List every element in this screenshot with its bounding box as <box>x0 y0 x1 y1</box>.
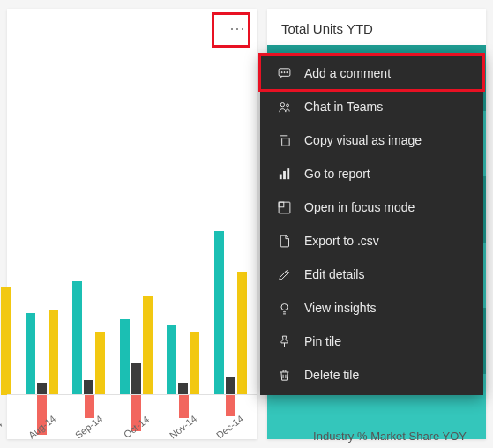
menu-item-view-insights[interactable]: View insights <box>260 291 483 325</box>
delete-icon <box>276 367 292 383</box>
more-options-button[interactable]: ⋯ <box>223 14 251 42</box>
bar-dark <box>178 383 188 395</box>
menu-item-label: View insights <box>304 301 376 315</box>
svg-rect-8 <box>283 170 286 178</box>
bar-dark <box>84 380 93 395</box>
svg-rect-9 <box>287 168 289 179</box>
edit-icon <box>276 266 292 282</box>
menu-item-label: Pin tile <box>304 334 341 348</box>
menu-item-label: Go to report <box>304 167 370 181</box>
menu-item-label: Add a comment <box>304 66 391 80</box>
bar-yellow <box>49 310 58 395</box>
svg-point-12 <box>280 303 287 310</box>
x-axis-label: -14 <box>0 408 17 445</box>
bar-red <box>179 395 189 418</box>
menu-item-chat-in-teams[interactable]: Chat in Teams <box>260 90 483 123</box>
bar-teal <box>26 313 35 395</box>
bar-group <box>161 325 206 395</box>
bar-yellow <box>95 332 105 395</box>
export-icon <box>276 233 292 249</box>
svg-rect-6 <box>281 138 289 146</box>
svg-point-5 <box>286 103 288 106</box>
pin-icon <box>276 333 292 349</box>
menu-item-copy-visual-as-image[interactable]: Copy visual as image <box>260 123 483 157</box>
tile-title: Total Units YTD <box>267 9 486 45</box>
comment-icon <box>276 65 292 81</box>
focus-icon <box>276 199 292 215</box>
bar-teal <box>72 281 82 395</box>
menu-item-edit-details[interactable]: Edit details <box>260 258 483 291</box>
bar-group <box>208 231 254 395</box>
bar-group <box>19 310 65 395</box>
svg-point-3 <box>286 71 287 72</box>
menu-item-label: Delete tile <box>304 368 359 382</box>
svg-point-4 <box>280 102 284 106</box>
bar-yellow <box>190 332 199 395</box>
bar-dark <box>37 383 47 395</box>
report-icon <box>276 166 292 182</box>
svg-point-1 <box>281 71 282 72</box>
menu-item-export-to-csv[interactable]: Export to .csv <box>260 224 483 258</box>
teams-icon <box>276 99 292 115</box>
menu-item-label: Open in focus mode <box>304 200 415 214</box>
menu-item-label: Copy visual as image <box>304 133 422 147</box>
menu-item-label: Export to .csv <box>304 234 379 248</box>
bar-red <box>226 395 235 416</box>
bar-teal <box>214 231 224 395</box>
menu-item-delete-tile[interactable]: Delete tile <box>260 358 483 392</box>
menu-item-go-to-report[interactable]: Go to report <box>260 157 483 190</box>
chart-tile: ⋯ -14Aug-14Sep-14Oct-14Nov-14Dec-14 <box>7 9 257 439</box>
bar-yellow <box>1 287 11 395</box>
menu-item-add-a-comment[interactable]: Add a comment <box>260 56 483 90</box>
svg-rect-7 <box>279 174 281 179</box>
bar-yellow <box>143 296 153 395</box>
svg-rect-11 <box>279 202 284 207</box>
bottom-caption: Industry % Market Share YOY <box>313 429 467 443</box>
bar-group <box>0 243 18 395</box>
svg-point-2 <box>283 71 284 72</box>
bar-yellow <box>237 272 247 395</box>
menu-item-pin-tile[interactable]: Pin tile <box>260 325 483 358</box>
menu-item-label: Chat in Teams <box>304 100 383 114</box>
copy-icon <box>276 132 292 148</box>
bar-chart: -14Aug-14Sep-14Oct-14Nov-14Dec-14 <box>7 48 257 439</box>
menu-item-open-in-focus-mode[interactable]: Open in focus mode <box>260 190 483 224</box>
bar-group <box>66 281 112 395</box>
bar-red <box>85 395 94 418</box>
bar-group <box>114 296 160 395</box>
svg-rect-10 <box>279 202 290 213</box>
insights-icon <box>276 300 292 316</box>
bar-teal <box>167 325 176 395</box>
context-menu: Add a commentChat in TeamsCopy visual as… <box>260 53 483 395</box>
bar-dark <box>226 377 235 396</box>
bar-dark <box>131 363 141 395</box>
bar-teal <box>120 319 130 395</box>
menu-item-label: Edit details <box>304 267 364 281</box>
